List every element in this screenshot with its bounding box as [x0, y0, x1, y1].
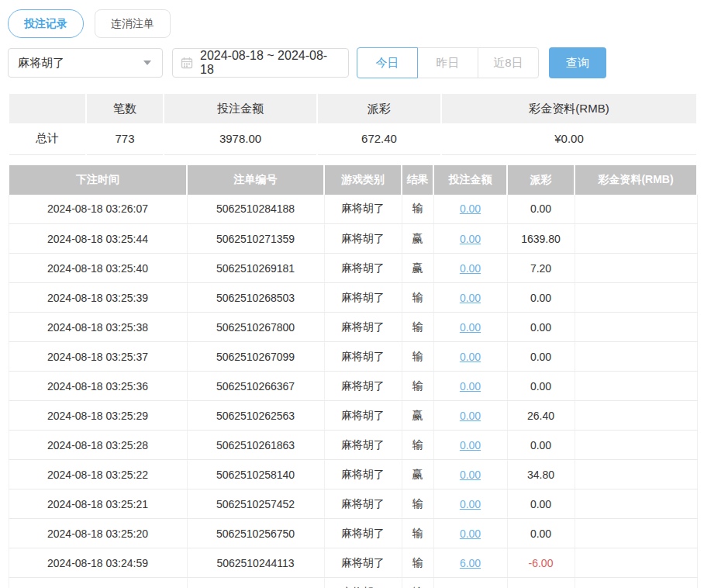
- cell-game: 麻将胡了: [324, 519, 402, 548]
- cell-result: 赢: [402, 460, 433, 489]
- table-row: 2024-08-18 03:25:445062510271359麻将胡了赢0.0…: [9, 224, 697, 254]
- cell-time: 2024-08-18 03:25:36: [9, 372, 187, 401]
- table-row: 2024-08-18 03:24:595062510244113麻将胡了输6.0…: [9, 548, 697, 578]
- bet-amount-link[interactable]: 0.00: [460, 498, 481, 510]
- cell-game: 麻将胡了: [324, 489, 402, 519]
- cell-bet: 0.00: [433, 283, 507, 313]
- cell-bet: 0.00: [433, 489, 507, 519]
- cell-bet: 0.00: [433, 460, 507, 489]
- cell-order: 5062510268503: [187, 283, 324, 313]
- cell-game: 麻将胡了: [324, 460, 402, 489]
- bet-amount-link[interactable]: 0.00: [460, 439, 481, 451]
- cell-order: 5062510258140: [187, 460, 324, 489]
- bet-amount-link[interactable]: 6.00: [460, 557, 481, 569]
- summary-col-blank: [9, 94, 86, 123]
- cell-bet: 0.00: [433, 519, 507, 548]
- cell-result: 赢: [402, 224, 433, 254]
- bet-amount-link[interactable]: 0.00: [460, 262, 481, 275]
- game-select[interactable]: 麻将胡了: [8, 48, 163, 78]
- cell-result: 赢: [402, 254, 433, 283]
- summary-col-count: 笔数: [86, 94, 164, 123]
- table-row: 2024-08-18 03:25:375062510267099麻将胡了输0.0…: [9, 342, 697, 372]
- date-range-input[interactable]: 2024-08-18 ~ 2024-08-18: [172, 48, 349, 78]
- table-row: 2024-08-18 03:26:075062510284188麻将胡了输0.0…: [9, 195, 697, 224]
- bet-amount-link[interactable]: 0.00: [460, 380, 481, 393]
- summary-table: 笔数 投注金额 派彩 彩金资料(RMB) 总计 773 3978.00 672.…: [8, 94, 698, 155]
- bet-amount-link[interactable]: 0.00: [460, 351, 481, 363]
- cell-time: 2024-08-18 03:25:28: [9, 431, 187, 460]
- cell-bonus: [575, 489, 697, 519]
- summary-total-bonus: ¥0.00: [441, 123, 697, 154]
- quick-range-yesterday[interactable]: 昨日: [417, 47, 478, 78]
- cell-bonus: [575, 401, 697, 431]
- table-row: 2024-08-18 03:25:225062510258140麻将胡了赢0.0…: [9, 460, 697, 489]
- records-col-result: 结果: [402, 165, 433, 195]
- tab-cancelled-orders[interactable]: 连消注单: [95, 9, 171, 38]
- table-row: 2024-08-18 03:25:385062510267800麻将胡了输0.0…: [9, 313, 697, 342]
- cell-bonus: [575, 578, 697, 588]
- records-table: 下注时间 注单编号 游戏类别 结果 投注金额 派彩 彩金资料(RMB) 2024…: [8, 165, 698, 588]
- cell-bonus: [575, 460, 697, 489]
- cell-order: 5062510240982: [187, 578, 324, 588]
- table-row: 2024-08-18 03:25:365062510266367麻将胡了输0.0…: [9, 372, 697, 401]
- table-row: 2024-08-18 03:25:295062510262563麻将胡了赢0.0…: [9, 401, 697, 431]
- cell-order: 5062510266367: [187, 372, 324, 401]
- bet-amount-link[interactable]: 0.00: [460, 233, 481, 245]
- cell-order: 5062510267800: [187, 313, 324, 342]
- cell-bonus: [575, 283, 697, 313]
- cell-result: 输: [402, 195, 433, 224]
- cell-payout: 0.00: [507, 283, 575, 313]
- records-col-payout: 派彩: [507, 165, 575, 195]
- summary-header-row: 笔数 投注金额 派彩 彩金资料(RMB): [9, 94, 697, 123]
- cell-payout: 0.00: [507, 519, 575, 548]
- bet-amount-link[interactable]: 0.00: [460, 202, 481, 215]
- cell-payout: 34.80: [507, 460, 575, 489]
- records-col-game: 游戏类别: [324, 165, 402, 195]
- cell-payout: 0.00: [507, 431, 575, 460]
- bet-amount-link[interactable]: 0.00: [460, 410, 481, 422]
- table-row: 2024-08-18 03:25:285062510261863麻将胡了输0.0…: [9, 431, 697, 460]
- summary-col-bonus: 彩金资料(RMB): [441, 94, 697, 123]
- cell-result: 输: [402, 372, 433, 401]
- summary-total-count: 773: [86, 123, 164, 154]
- cell-payout: -6.00: [507, 578, 575, 588]
- records-col-bet: 投注金额: [433, 165, 507, 195]
- cell-time: 2024-08-18 03:25:21: [9, 489, 187, 519]
- bet-amount-link[interactable]: 0.00: [460, 469, 481, 481]
- cell-time: 2024-08-18 03:25:39: [9, 283, 187, 313]
- cell-payout: 26.40: [507, 401, 575, 431]
- cell-bonus: [575, 342, 697, 372]
- cell-bonus: [575, 224, 697, 254]
- bet-amount-link[interactable]: 0.00: [460, 321, 481, 334]
- quick-range-today[interactable]: 今日: [357, 47, 418, 78]
- cell-payout: 7.20: [507, 254, 575, 283]
- cell-result: 输: [402, 313, 433, 342]
- cell-bet: 0.00: [433, 313, 507, 342]
- cell-result: 输: [402, 519, 433, 548]
- cell-bet: 0.00: [433, 254, 507, 283]
- cell-bet: 0.00: [433, 372, 507, 401]
- quick-range-group: 今日 昨日 近8日: [357, 47, 539, 78]
- bet-amount-link[interactable]: 0.00: [460, 292, 481, 304]
- cell-game: 麻将胡了: [324, 342, 402, 372]
- table-row: 2024-08-18 03:25:205062510256750麻将胡了输0.0…: [9, 519, 697, 548]
- cell-bonus: [575, 519, 697, 548]
- cell-result: 输: [402, 578, 433, 588]
- cell-order: 5062510244113: [187, 548, 324, 578]
- search-button[interactable]: 查询: [549, 47, 606, 78]
- summary-col-bet-amount: 投注金额: [164, 94, 317, 123]
- tab-betting-records[interactable]: 投注记录: [8, 9, 84, 38]
- cell-order: 5062510261863: [187, 431, 324, 460]
- cell-payout: 1639.80: [507, 224, 575, 254]
- calendar-icon: [181, 57, 193, 69]
- cell-game: 麻将胡了: [324, 313, 402, 342]
- quick-range-last8days[interactable]: 近8日: [478, 47, 539, 78]
- cell-bet: 0.00: [433, 224, 507, 254]
- date-range-value: 2024-08-18 ~ 2024-08-18: [200, 49, 340, 77]
- records-col-order: 注单编号: [187, 165, 324, 195]
- bet-amount-link[interactable]: 0.00: [460, 527, 481, 540]
- summary-total-payout: 672.40: [317, 123, 441, 154]
- records-body: 2024-08-18 03:26:075062510284188麻将胡了输0.0…: [9, 195, 697, 588]
- cell-bonus: [575, 313, 697, 342]
- cell-bonus: [575, 254, 697, 283]
